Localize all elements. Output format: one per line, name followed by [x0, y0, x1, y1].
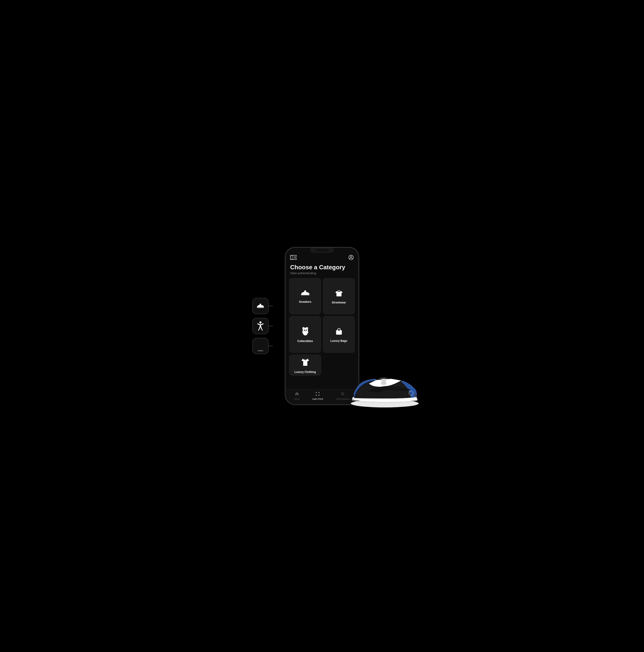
nav-authentications-label: Authentications — [336, 398, 350, 400]
floating-icons-panel — [252, 298, 269, 354]
list-icon — [341, 392, 345, 397]
svg-rect-23 — [341, 395, 344, 395]
floating-sneaker-box — [252, 298, 269, 314]
phone-screen: Choose a Category Start authenticating — [285, 248, 359, 404]
luxury-clothing-label: Luxury Clothing — [295, 371, 316, 374]
floating-phone-box — [252, 338, 269, 354]
svg-point-28 — [409, 391, 413, 396]
app-content: Choose a Category Start authenticating — [285, 248, 359, 404]
svg-point-2 — [259, 321, 261, 323]
sneakers-icon — [300, 290, 310, 298]
luxury-bags-icon — [335, 327, 343, 337]
category-card-luxury-clothing[interactable]: Luxury Clothing — [289, 355, 321, 376]
luxury-bags-label: Luxury Bags — [330, 339, 347, 343]
svg-rect-21 — [341, 393, 344, 393]
title-section: Choose a Category Start authenticating — [285, 263, 359, 278]
phone-notch — [310, 248, 334, 253]
floating-jordan-box — [252, 318, 269, 334]
home-icon — [295, 392, 299, 397]
svg-rect-4 — [291, 256, 293, 259]
svg-rect-1 — [257, 307, 264, 308]
svg-point-18 — [306, 331, 308, 333]
svg-point-14 — [306, 329, 307, 331]
category-card-streetwear[interactable]: Streetwear — [323, 278, 355, 314]
categories-grid: Sneakers Streetwear — [285, 278, 359, 389]
bottom-nav: Home Legit Check — [285, 389, 359, 404]
nav-item-home[interactable]: Home — [294, 392, 300, 400]
streetwear-icon — [335, 289, 343, 299]
scan-icon — [315, 392, 320, 397]
svg-rect-9 — [301, 294, 309, 295]
category-card-collectibles[interactable]: × Collectibles — [289, 316, 321, 352]
sneakers-label: Sneakers — [299, 300, 311, 303]
svg-point-24 — [351, 400, 419, 408]
ox-logo-icon — [290, 255, 297, 260]
category-card-sneakers[interactable]: Sneakers — [289, 278, 321, 314]
logo — [290, 255, 297, 260]
svg-rect-19 — [336, 330, 342, 334]
page-title: Choose a Category — [290, 264, 354, 271]
svg-rect-20 — [338, 329, 340, 331]
nav-item-authentications[interactable]: Authentications — [336, 392, 350, 400]
svg-rect-22 — [341, 393, 344, 394]
notch-pill — [315, 249, 329, 251]
category-card-luxury-bags[interactable]: Luxury Bags — [323, 316, 355, 352]
nav-item-legit-check[interactable]: Legit Check — [312, 392, 323, 400]
nav-legit-check-label: Legit Check — [312, 398, 323, 400]
scene: Choose a Category Start authenticating — [241, 221, 403, 431]
nav-home-label: Home — [294, 398, 300, 400]
sneaker-float-icon — [256, 303, 264, 309]
user-profile-icon[interactable] — [348, 255, 354, 260]
svg-point-11 — [302, 327, 305, 329]
svg-point-12 — [306, 327, 308, 329]
jordan-float-icon — [256, 321, 265, 331]
svg-point-17 — [302, 331, 304, 333]
phone-frame: Choose a Category Start authenticating — [285, 247, 359, 405]
svg-point-8 — [351, 256, 352, 258]
page-subtitle: Start authenticating — [290, 271, 354, 275]
streetwear-label: Streetwear — [332, 301, 346, 304]
collectibles-label: Collectibles — [298, 339, 313, 343]
bar-indicator — [258, 350, 263, 351]
collectibles-icon: × — [301, 327, 309, 337]
luxury-clothing-icon — [301, 357, 309, 369]
